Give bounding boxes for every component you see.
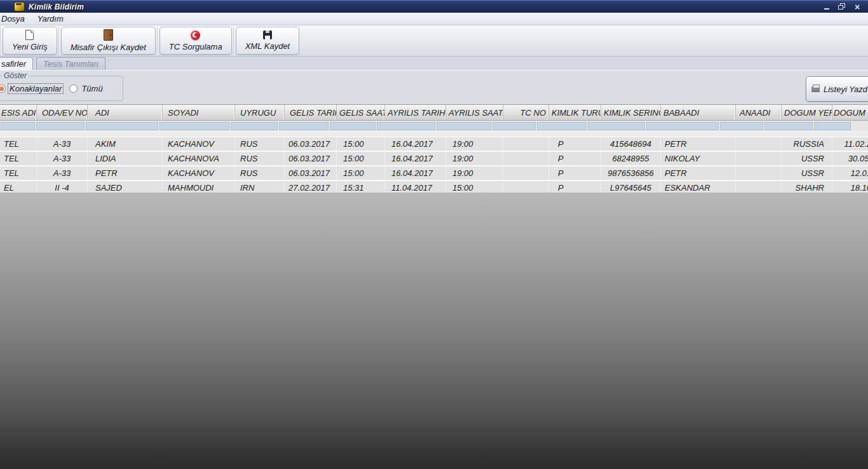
cell-dogum_tarihi[interactable]: 12.01 — [832, 167, 868, 180]
cell-babaadi[interactable]: PETR — [661, 137, 736, 151]
cell-gelis_tarih[interactable]: 06.03.2017 — [285, 152, 337, 165]
cell-uyrugu[interactable]: RUS — [235, 152, 285, 165]
cell-uyrugu[interactable]: RUS — [235, 137, 285, 151]
cell-dogum_tarihi[interactable]: 11.02.2 — [832, 137, 868, 151]
cell-oda_ev_no[interactable]: A-33 — [37, 152, 88, 165]
restore-button[interactable] — [837, 3, 846, 11]
cell-babaadi[interactable]: PETR — [661, 167, 736, 180]
cell-dogum_yeri[interactable]: RUSSIA — [782, 137, 832, 151]
cell-babaadi[interactable]: NIKOLAY — [661, 152, 736, 165]
column-header-ayrilis_saat[interactable]: AYRILIS SAAT — [446, 105, 503, 120]
filter-cell-adi[interactable] — [86, 122, 158, 130]
column-header-ayrilis_tarih[interactable]: AYRILIS TARIH — [385, 105, 446, 120]
cell-soyadi[interactable]: KACHANOV — [163, 167, 235, 180]
cell-ayrilis_saat[interactable]: 19:00 — [446, 152, 503, 165]
column-header-oda_ev_no[interactable]: ODA/EV NO — [37, 105, 88, 120]
filter-cell-babaadi[interactable] — [646, 122, 719, 130]
tc-query-button[interactable]: TC Sorgulama — [159, 27, 232, 55]
radio-tumu[interactable] — [69, 85, 78, 93]
cell-kimlik_turu[interactable]: P — [549, 152, 601, 165]
column-header-anaadi[interactable]: ANAADI — [736, 105, 782, 120]
column-header-babaadi[interactable]: BABAADI — [661, 105, 736, 120]
cell-oda_ev_no[interactable]: A-33 — [37, 167, 88, 180]
radio-konaklayanlar-label[interactable]: Konaklayanlar — [8, 84, 63, 93]
cell-tc_no[interactable] — [503, 137, 549, 151]
table-row[interactable]: TELA-33AKIMKACHANOVRUS06.03.201715:0016.… — [0, 137, 868, 152]
cell-ayrilis_tarih[interactable]: 16.04.2017 — [385, 167, 446, 180]
filter-cell-dogum_yeri[interactable] — [764, 122, 813, 130]
cell-ayrilis_tarih[interactable]: 16.04.2017 — [385, 152, 446, 165]
cell-kimlik_turu[interactable]: P — [549, 137, 601, 151]
cell-anaadi[interactable] — [736, 137, 782, 151]
filter-cell-soyadi[interactable] — [159, 122, 229, 130]
minimize-button[interactable] — [822, 3, 831, 11]
radio-tumu-label[interactable]: Tümü — [80, 84, 104, 93]
filter-cell-tesis_adi[interactable] — [1, 122, 35, 130]
cell-dogum_tarihi[interactable]: 30.05. — [832, 152, 868, 165]
cell-kimlik_serino[interactable]: 9876536856 — [601, 167, 661, 180]
xml-save-button[interactable]: XML Kaydet — [236, 27, 300, 55]
column-header-kimlik_turu[interactable]: KIMLIK TURU — [549, 105, 601, 120]
cell-oda_ev_no[interactable]: A-33 — [37, 137, 88, 151]
column-header-tc_no[interactable]: TC NO — [503, 105, 549, 120]
column-header-kimlik_serino[interactable]: KIMLIK SERINO — [601, 105, 661, 120]
column-header-dogum_tarihi[interactable]: DOGUM — [832, 105, 868, 120]
menu-item-yardım[interactable]: Yardım — [31, 13, 70, 25]
cell-tesis_adi[interactable]: TEL — [0, 167, 37, 180]
cell-ayrilis_tarih[interactable]: 16.04.2017 — [385, 137, 446, 151]
tab-tesis-tanımları[interactable]: Tesis Tanımları — [36, 57, 105, 70]
column-header-tesis_adi[interactable]: ESIS ADI — [0, 105, 37, 120]
cell-dogum_yeri[interactable]: USSR — [782, 167, 832, 180]
cell-kimlik_serino[interactable]: 415648694 — [601, 137, 661, 151]
filter-cell-ayrilis_saat[interactable] — [437, 122, 491, 130]
table-row[interactable]: TELA-33PETRKACHANOVRUS06.03.201715:0016.… — [0, 167, 868, 181]
cell-kimlik_serino[interactable]: 68248955 — [601, 152, 661, 165]
save-guest-exit-button[interactable]: Misafir Çıkışı Kaydet — [61, 27, 156, 55]
filter-cell-dogum_tarihi[interactable] — [814, 122, 851, 130]
tab-safirler[interactable]: safirler — [0, 57, 33, 70]
cell-gelis_tarih[interactable]: 06.03.2017 — [285, 167, 337, 180]
cell-gelis_tarih[interactable]: 06.03.2017 — [285, 137, 337, 151]
cell-uyrugu[interactable]: RUS — [235, 167, 285, 180]
toolbar-separator — [0, 27, 1, 55]
column-header-gelis_saat[interactable]: GELIS SAAT — [337, 105, 385, 120]
filter-cell-kimlik_serino[interactable] — [588, 122, 645, 130]
filter-cell-tc_no[interactable] — [492, 122, 536, 130]
new-entry-button[interactable]: Yeni Giriş — [3, 27, 57, 55]
cell-ayrilis_saat[interactable]: 19:00 — [446, 137, 503, 151]
cell-ayrilis_saat[interactable]: 19:00 — [446, 167, 503, 180]
filter-cell-uyrugu[interactable] — [231, 122, 278, 130]
filter-cell-anaadi[interactable] — [720, 122, 763, 130]
filter-cell-oda_ev_no[interactable] — [36, 122, 85, 130]
cell-anaadi[interactable] — [736, 167, 782, 180]
menu-item-dosya[interactable]: Dosya — [0, 13, 31, 25]
cell-tc_no[interactable] — [503, 152, 549, 165]
close-button[interactable]: × — [853, 3, 862, 11]
cell-adi[interactable]: LIDIA — [88, 152, 163, 165]
filter-cell-gelis_saat[interactable] — [330, 122, 376, 130]
cell-gelis_saat[interactable]: 15:00 — [337, 152, 385, 165]
cell-soyadi[interactable]: KACHANOVA — [163, 152, 235, 165]
filter-cell-ayrilis_tarih[interactable] — [377, 122, 435, 130]
cell-gelis_saat[interactable]: 15:00 — [337, 137, 385, 151]
filter-cell-kimlik_turu[interactable] — [537, 122, 587, 130]
cell-tesis_adi[interactable]: TEL — [0, 152, 37, 165]
column-header-gelis_tarih[interactable]: GELIS TARIH — [285, 105, 337, 120]
cell-adi[interactable]: PETR — [88, 167, 163, 180]
cell-dogum_yeri[interactable]: USSR — [782, 152, 832, 165]
cell-anaadi[interactable] — [736, 152, 782, 165]
filter-cell-gelis_tarih[interactable] — [279, 122, 329, 130]
table-row[interactable]: TELA-33LIDIAKACHANOVARUS06.03.201715:001… — [0, 152, 868, 167]
print-list-button[interactable]: Listeyi Yazd — [806, 76, 868, 102]
column-header-uyrugu[interactable]: UYRUGU — [235, 105, 285, 120]
cell-kimlik_turu[interactable]: P — [549, 167, 601, 180]
cell-tc_no[interactable] — [503, 167, 549, 180]
cell-adi[interactable]: AKIM — [88, 137, 163, 151]
radio-konaklayanlar[interactable] — [0, 85, 6, 93]
column-header-soyadi[interactable]: SOYADI — [163, 105, 235, 120]
column-header-dogum_yeri[interactable]: DOGUM YERI — [782, 105, 832, 120]
cell-soyadi[interactable]: KACHANOV — [163, 137, 235, 151]
cell-gelis_saat[interactable]: 15:00 — [337, 167, 385, 180]
cell-tesis_adi[interactable]: TEL — [0, 137, 37, 151]
column-header-adi[interactable]: ADI — [88, 105, 163, 120]
